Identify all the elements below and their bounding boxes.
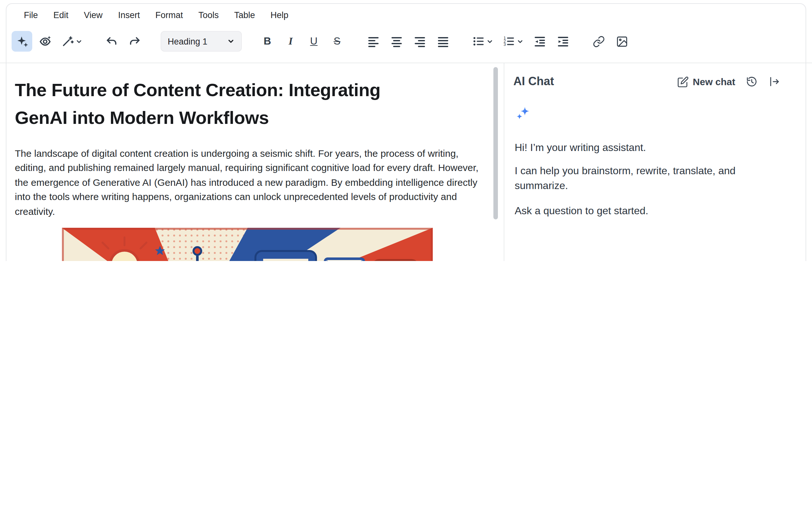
strikethrough-icon: S — [333, 36, 340, 46]
new-chat-label: New chat — [693, 76, 735, 87]
chevron-down-icon — [486, 38, 493, 45]
bullet-list-icon — [472, 35, 485, 48]
align-left-button[interactable] — [363, 31, 383, 52]
collapse-sidebar-button[interactable] — [768, 76, 780, 88]
ai-chat-actions: New chat — [677, 76, 780, 88]
insert-link-button[interactable] — [588, 31, 609, 52]
editor-scrollbar[interactable] — [493, 67, 498, 219]
undo-icon — [105, 35, 118, 48]
ai-chat-header: AI Chat New chat — [513, 75, 780, 88]
new-chat-button[interactable]: New chat — [677, 76, 735, 87]
link-icon — [593, 35, 605, 47]
speech-bubble-red — [372, 260, 418, 261]
ai-sparkles-icon — [16, 35, 28, 48]
document-paragraph[interactable]: The landscape of digital content creatio… — [15, 146, 479, 219]
svg-text:3: 3 — [503, 42, 506, 47]
numbered-list-icon: 1 2 3 — [502, 35, 515, 48]
italic-icon: I — [289, 36, 292, 46]
align-center-icon — [390, 35, 403, 48]
menu-table[interactable]: Table — [227, 8, 262, 23]
ai-wand-button[interactable] — [58, 31, 86, 52]
align-justify-icon — [436, 35, 449, 48]
indent-button[interactable] — [553, 31, 573, 52]
ai-review-icon — [39, 35, 51, 48]
redo-icon — [128, 35, 141, 48]
italic-button[interactable]: I — [280, 31, 301, 52]
assistant-greeting-3: Ask a question to get started. — [515, 203, 780, 218]
indent-icon — [556, 35, 569, 48]
block-format-label: Heading 1 — [168, 37, 207, 46]
editor-content-area[interactable]: The Future of Content Creation: Integrat… — [0, 63, 504, 261]
underline-button[interactable]: U — [304, 31, 324, 52]
align-right-button[interactable] — [409, 31, 430, 52]
menu-edit[interactable]: Edit — [46, 8, 76, 23]
ai-shortcuts-button[interactable] — [12, 31, 32, 52]
assistant-sparkle-icon — [515, 105, 780, 124]
insert-image-button[interactable] — [612, 31, 632, 52]
image-icon — [616, 35, 628, 47]
menu-file[interactable]: File — [17, 8, 45, 23]
envelope-doodle — [325, 259, 363, 261]
undo-button[interactable] — [101, 31, 122, 52]
ai-chat-title: AI Chat — [513, 75, 677, 88]
align-justify-button[interactable] — [433, 31, 453, 52]
document-figure: By embedding intelligence directly into … — [15, 228, 479, 261]
menu-help[interactable]: Help — [264, 8, 296, 23]
align-center-button[interactable] — [386, 31, 407, 52]
magic-wand-icon — [61, 35, 74, 48]
document-image[interactable] — [62, 228, 433, 261]
chevron-down-icon — [516, 38, 523, 45]
menu-tools[interactable]: Tools — [191, 8, 226, 23]
numbered-list-button[interactable]: 1 2 3 — [499, 31, 527, 52]
speech-bubble-blue — [255, 251, 316, 261]
block-format-select[interactable]: Heading 1 — [161, 31, 242, 52]
collapse-panel-icon — [768, 76, 780, 88]
outdent-button[interactable] — [529, 31, 550, 52]
chevron-down-icon — [227, 37, 234, 45]
tinymce-editor-window: File Edit View Insert Format Tools Table… — [0, 0, 812, 261]
menu-view[interactable]: View — [77, 8, 110, 23]
ai-review-button[interactable] — [35, 31, 56, 52]
edit-square-icon — [677, 76, 689, 87]
assistant-greeting-2: I can help you brainstorm, rewrite, tran… — [515, 163, 780, 193]
menu-insert[interactable]: Insert — [111, 8, 147, 23]
strikethrough-button[interactable]: S — [327, 31, 347, 52]
chat-history-button[interactable] — [746, 76, 758, 88]
assistant-greeting-1: Hi! I’m your writing assistant. — [515, 140, 780, 155]
bold-icon: B — [264, 36, 271, 46]
bullet-list-button[interactable] — [469, 31, 496, 52]
align-right-icon — [413, 35, 426, 48]
align-left-icon — [367, 35, 379, 48]
outdent-icon — [533, 35, 546, 48]
history-icon — [746, 76, 758, 88]
document-heading[interactable]: The Future of Content Creation: Integrat… — [15, 76, 479, 132]
underline-icon: U — [310, 36, 318, 46]
menu-format[interactable]: Format — [148, 8, 190, 23]
redo-button[interactable] — [124, 31, 145, 52]
toolbar: Heading 1 B I U S — [12, 30, 803, 53]
bold-button[interactable]: B — [257, 31, 278, 52]
chevron-down-icon — [76, 38, 83, 45]
menubar: File Edit View Insert Format Tools Table… — [17, 8, 295, 23]
ai-chat-panel: AI Chat New chat — [504, 63, 806, 261]
